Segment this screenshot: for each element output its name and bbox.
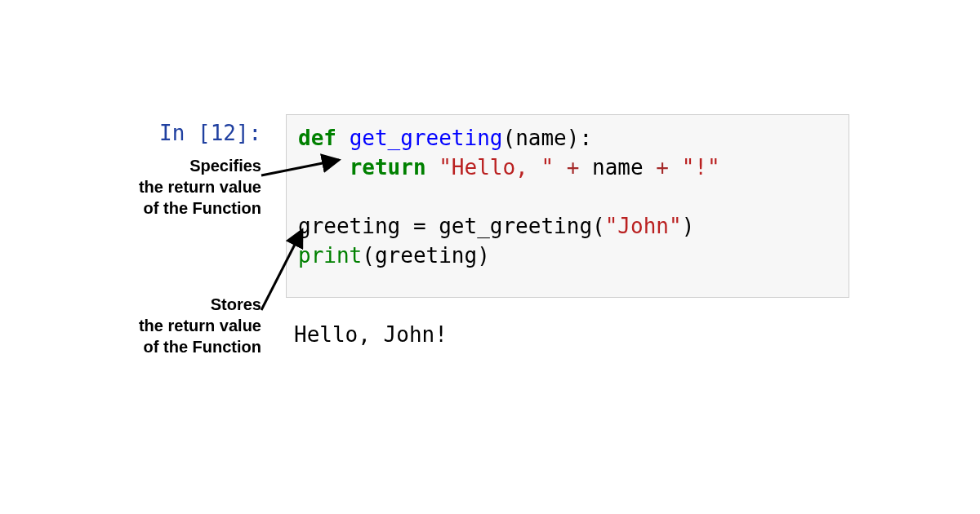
token-plus: + [656,155,669,179]
token-string: "!" [682,155,720,179]
token-paren-close: ) [682,214,695,238]
token-paren-close: ) [567,126,580,150]
token-string-arg: "John" [605,214,682,238]
token-space [336,126,350,150]
token-plus: + [567,155,580,179]
token-colon: : [579,126,592,150]
token-print: print [298,243,362,268]
token-space [400,214,413,238]
code-line-blank [298,182,837,211]
token-space [554,155,567,179]
code-line-4: greeting = get_greeting("John") [298,211,837,241]
token-paren-open: ( [592,214,605,238]
token-arg: greeting [375,243,477,268]
token-call: get_greeting [439,214,592,238]
token-paren-close: ) [477,243,490,268]
token-def: def [298,126,336,150]
token-space [426,214,439,238]
prompt-number: 12 [211,121,236,145]
token-paren-open: ( [502,126,515,150]
prompt-in: In [159,121,198,145]
token-param: name [515,126,567,150]
annotation-stores: Storesthe return valueof the Function [98,294,261,357]
token-space [669,155,682,179]
token-equals: = [413,214,426,238]
token-paren-open: ( [362,243,375,268]
token-funcname: get_greeting [350,126,503,150]
token-var: greeting [298,214,400,238]
code-line-1: def get_greeting(name): [298,123,837,153]
token-space [644,155,657,179]
code-line-2: return "Hello, " + name + "!" [298,153,837,182]
prompt-bracket-close: ]: [236,121,261,145]
annotation-specifies: Specifiesthe return valueof the Function [98,155,261,219]
token-indent [298,155,350,179]
diagram-stage: In [12]: def get_greeting(name): return … [0,0,980,514]
token-space [426,155,439,179]
token-string: "Hello, " [439,155,554,179]
prompt-bracket-open: [ [198,121,211,145]
code-line-5: print(greeting) [298,241,837,270]
cell-output: Hello, John! [294,322,448,347]
input-prompt: In [12]: [159,121,261,145]
token-space [579,155,592,179]
token-name: name [592,155,644,179]
code-cell: def get_greeting(name): return "Hello, "… [286,114,849,298]
token-return: return [350,155,426,179]
